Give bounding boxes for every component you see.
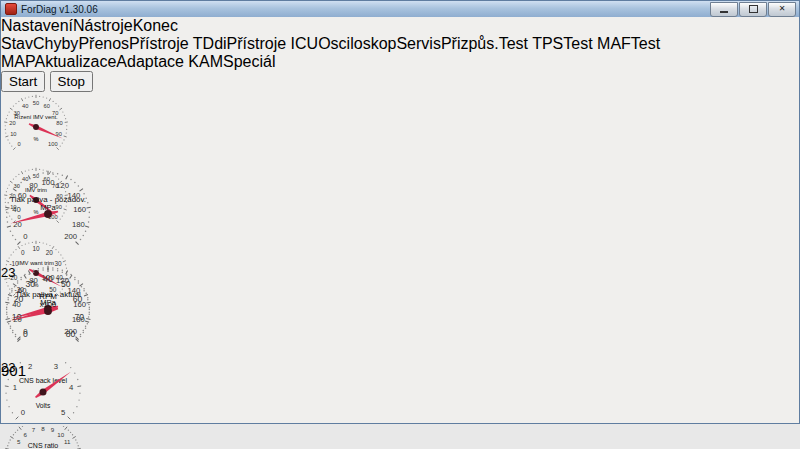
menu-item-konec[interactable]: Konec bbox=[133, 17, 178, 34]
svg-text:100: 100 bbox=[42, 178, 55, 187]
title-bar[interactable]: ForDiag v1.30.06 ✕ bbox=[1, 1, 799, 17]
tab-page-pristroje-icu: Start Stop 0102030405060708090100Řízení … bbox=[1, 71, 799, 449]
tab-p-stroje-tddi[interactable]: Přístroje TDdi bbox=[129, 35, 227, 52]
panel-fuel: 020406080100120140160180200Tlak paliva -… bbox=[1, 167, 206, 264]
svg-text:90: 90 bbox=[55, 131, 61, 137]
svg-text:10: 10 bbox=[10, 131, 16, 137]
tab-speci-l[interactable]: Speciál bbox=[223, 53, 275, 70]
svg-text:120: 120 bbox=[56, 181, 69, 190]
tab-osciloskop[interactable]: Osciloskop bbox=[318, 35, 396, 52]
svg-text:5: 5 bbox=[61, 408, 65, 417]
svg-text:Volts: Volts bbox=[36, 402, 51, 409]
tab-p-stroje-icu[interactable]: Přístroje ICU bbox=[227, 35, 319, 52]
gauge-cns-ratio-cylinder-1: 123456789101112131415CNS ratiocylinder 1 bbox=[1, 426, 87, 449]
menu-bar: NastaveníNástrojeKonec bbox=[1, 17, 799, 35]
svg-text:50: 50 bbox=[33, 100, 39, 106]
tab-test-maf[interactable]: Test MAF bbox=[563, 35, 631, 52]
svg-text:0: 0 bbox=[23, 329, 28, 339]
tab-stav[interactable]: Stav bbox=[1, 35, 33, 52]
svg-text:70: 70 bbox=[75, 312, 85, 322]
start-button[interactable]: Start bbox=[1, 71, 45, 92]
svg-text:80: 80 bbox=[29, 181, 38, 190]
svg-text:2: 2 bbox=[28, 362, 32, 371]
tab-adaptace-kam[interactable]: Adaptace KAM bbox=[116, 53, 223, 70]
menu-item-nastaven[interactable]: Nastavení bbox=[1, 17, 73, 34]
svg-text:8: 8 bbox=[41, 426, 45, 432]
app-icon bbox=[5, 3, 17, 15]
menu-item-n-stroje[interactable]: Nástroje bbox=[73, 17, 133, 34]
svg-text:%: % bbox=[34, 136, 39, 142]
gauge-tlak-paliva-po-adov: 020406080100120140160180200Tlak paliva -… bbox=[1, 167, 101, 262]
svg-text:160: 160 bbox=[73, 205, 86, 214]
svg-text:60: 60 bbox=[44, 103, 50, 109]
svg-text:7: 7 bbox=[32, 426, 36, 433]
svg-text:0: 0 bbox=[23, 232, 27, 241]
svg-text:9: 9 bbox=[51, 426, 55, 433]
svg-text:180: 180 bbox=[72, 220, 85, 229]
svg-text:40: 40 bbox=[12, 205, 21, 214]
svg-text:40: 40 bbox=[22, 103, 28, 109]
svg-text:3: 3 bbox=[54, 362, 58, 371]
svg-text:40: 40 bbox=[43, 274, 53, 284]
svg-text:30: 30 bbox=[25, 279, 35, 289]
svg-text:20: 20 bbox=[14, 294, 24, 304]
svg-text:10: 10 bbox=[57, 431, 64, 438]
tab-chyby[interactable]: Chyby bbox=[33, 35, 78, 52]
svg-text:10: 10 bbox=[12, 312, 22, 322]
svg-text:0: 0 bbox=[18, 141, 21, 147]
gauge-zen-imv-vent: 0102030405060708090100Řízení IMV vent.% bbox=[1, 92, 67, 165]
tab-aktualizace[interactable]: Aktualizace bbox=[34, 53, 116, 70]
minimize-button[interactable] bbox=[710, 2, 738, 17]
svg-text:Řízení IMV vent.: Řízení IMV vent. bbox=[14, 113, 58, 120]
svg-text:5: 5 bbox=[17, 438, 21, 445]
svg-text:20: 20 bbox=[9, 120, 15, 126]
svg-text:100: 100 bbox=[48, 141, 58, 147]
window-controls: ✕ bbox=[710, 2, 796, 17]
close-button[interactable]: ✕ bbox=[768, 2, 796, 17]
window-title: ForDiag v1.30.06 bbox=[21, 4, 98, 15]
svg-text:6: 6 bbox=[23, 431, 27, 438]
gauge-cns-back-level: 012345CNS back levelVolts bbox=[1, 361, 87, 426]
svg-text:4: 4 bbox=[69, 383, 74, 392]
tab-servis[interactable]: Servis bbox=[396, 35, 440, 52]
svg-text:200: 200 bbox=[64, 232, 77, 241]
stop-button[interactable]: Stop bbox=[50, 71, 93, 92]
tab-test-tps[interactable]: Test TPS bbox=[499, 35, 564, 52]
fordiag-window: ForDiag v1.30.06 ✕ NastaveníNástrojeKone… bbox=[0, 0, 800, 424]
tab-bar: StavChybyPřenosPřístroje TDdiPřístroje I… bbox=[1, 35, 799, 71]
svg-text:CNS ratio: CNS ratio bbox=[28, 442, 59, 449]
panel-cns: 012345CNS back levelVolts123456789101112… bbox=[1, 361, 89, 449]
svg-text:1: 1 bbox=[13, 383, 17, 392]
svg-text:80: 80 bbox=[56, 120, 62, 126]
tab-p-izp-s[interactable]: Přizpůs. bbox=[441, 35, 499, 52]
svg-text:60: 60 bbox=[73, 294, 83, 304]
maximize-button[interactable] bbox=[739, 2, 767, 17]
tab-p-enos[interactable]: Přenos bbox=[78, 35, 129, 52]
svg-text:11: 11 bbox=[64, 438, 71, 445]
panel-rpm: 01020304050607080RPMx100901 bbox=[1, 264, 100, 361]
svg-text:0: 0 bbox=[21, 408, 25, 417]
desktop: ForDiag v1.30.06 ✕ NastaveníNástrojeKone… bbox=[0, 0, 800, 449]
gauge-rpm: 01020304050607080RPMx100901 bbox=[1, 264, 98, 359]
svg-text:80: 80 bbox=[66, 329, 76, 339]
svg-text:50: 50 bbox=[61, 279, 71, 289]
panel-imv: 0102030405060708090100Řízení IMV vent.%0… bbox=[1, 92, 204, 167]
